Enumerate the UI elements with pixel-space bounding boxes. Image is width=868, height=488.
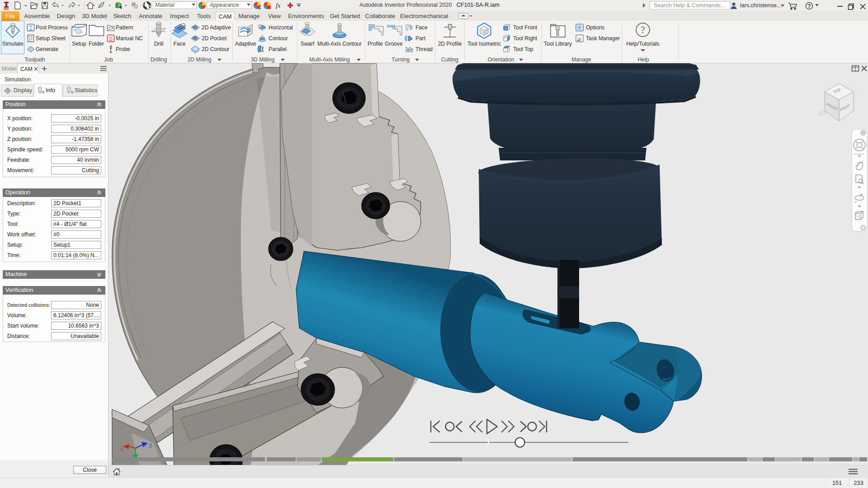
svg-text:G1: G1: [109, 36, 113, 39]
svg-text:fx: fx: [276, 2, 281, 9]
svg-text:PRO: PRO: [4, 8, 9, 10]
svg-text:G2: G2: [109, 39, 113, 42]
svg-text:X: X: [120, 447, 123, 452]
svg-text:Z: Z: [149, 443, 152, 448]
svg-text:01: 01: [29, 25, 33, 28]
svg-text:lars.christense...: lars.christense...: [740, 2, 781, 9]
svg-text:?: ?: [641, 24, 645, 35]
svg-text:?: ?: [807, 3, 811, 9]
svg-text:10: 10: [29, 28, 33, 31]
